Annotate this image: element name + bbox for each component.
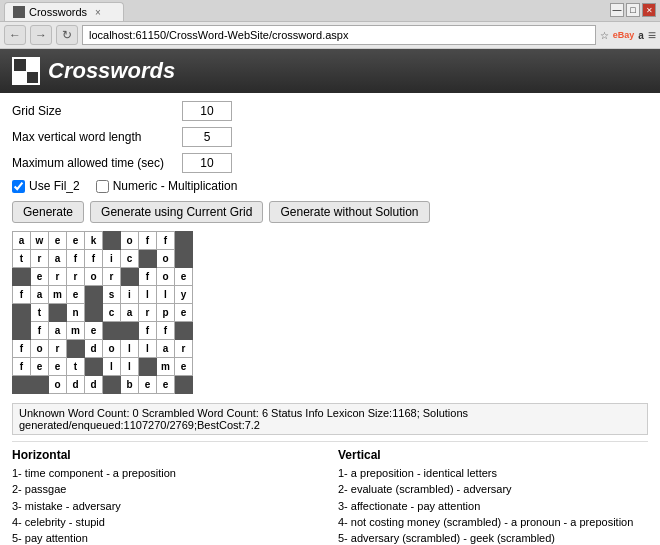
grid-cell: e	[67, 286, 85, 304]
horizontal-clue-item: 1- time component - a preposition	[12, 466, 322, 480]
grid-cell: t	[31, 304, 49, 322]
bookmark-icon[interactable]: ☆	[600, 30, 609, 41]
address-input[interactable]	[82, 25, 596, 45]
grid-cell	[85, 286, 103, 304]
grid-cell: a	[157, 340, 175, 358]
grid-cell: m	[157, 358, 175, 376]
grid-size-input[interactable]	[182, 101, 232, 121]
max-vert-input[interactable]	[182, 127, 232, 147]
generate-no-solution-button[interactable]: Generate without Solution	[269, 201, 429, 223]
numeric-label[interactable]: Numeric - Multiplication	[96, 179, 238, 193]
tab-close-button[interactable]: ×	[95, 7, 101, 18]
grid-cell: b	[121, 376, 139, 394]
grid-cell	[175, 232, 193, 250]
grid-cell: l	[139, 340, 157, 358]
generate-button[interactable]: Generate	[12, 201, 84, 223]
max-time-input[interactable]	[182, 153, 232, 173]
grid-cell: r	[139, 304, 157, 322]
grid-cell: o	[31, 340, 49, 358]
max-vert-row: Max vertical word length	[12, 127, 648, 147]
grid-cell: f	[157, 232, 175, 250]
grid-cell: f	[157, 322, 175, 340]
grid-cell: i	[103, 250, 121, 268]
address-bar-icons: ☆ eBay a ≡	[600, 27, 656, 43]
grid-cell: r	[49, 340, 67, 358]
grid-cell	[121, 322, 139, 340]
grid-size-label: Grid Size	[12, 104, 182, 118]
grid-cell	[13, 268, 31, 286]
window-close-button[interactable]: ✕	[642, 3, 656, 17]
grid-size-row: Grid Size	[12, 101, 648, 121]
status-bar: Unknown Word Count: 0 Scrambled Word Cou…	[12, 403, 648, 435]
generate-current-button[interactable]: Generate using Current Grid	[90, 201, 263, 223]
horizontal-clue-item: 5- pay attention	[12, 531, 322, 545]
grid-cell: e	[175, 358, 193, 376]
grid-cell: l	[103, 358, 121, 376]
grid-cell: l	[139, 286, 157, 304]
grid-table: aweekofftrafficoerrorfoefamesillytncarpe…	[12, 231, 193, 394]
grid-cell: k	[85, 232, 103, 250]
grid-cell: r	[175, 340, 193, 358]
grid-cell: o	[157, 268, 175, 286]
grid-cell: m	[49, 286, 67, 304]
use-fil2-label[interactable]: Use Fil_2	[12, 179, 80, 193]
app-logo	[12, 57, 40, 85]
use-fil2-checkbox[interactable]	[12, 180, 25, 193]
grid-cell: o	[121, 232, 139, 250]
grid-cell	[175, 322, 193, 340]
grid-cell: f	[13, 358, 31, 376]
grid-cell: f	[31, 322, 49, 340]
amazon-icon[interactable]: a	[638, 30, 644, 41]
checkbox-row: Use Fil_2 Numeric - Multiplication	[12, 179, 648, 193]
browser-tab[interactable]: Crosswords ×	[4, 2, 124, 21]
window-minimize-button[interactable]: —	[610, 3, 624, 17]
ebay-icon[interactable]: eBay	[613, 30, 635, 40]
tab-bar: Crosswords × — □ ✕	[0, 0, 660, 22]
grid-cell: f	[139, 268, 157, 286]
horizontal-heading: Horizontal	[12, 448, 322, 462]
grid-cell: e	[67, 232, 85, 250]
grid-cell	[139, 250, 157, 268]
vertical-clue-item: 4- not costing money (scrambled) - a pro…	[338, 515, 648, 529]
max-time-row: Maximum allowed time (sec)	[12, 153, 648, 173]
grid-cell	[103, 232, 121, 250]
horizontal-clue-item: 4- celebrity - stupid	[12, 515, 322, 529]
grid-cell: r	[49, 268, 67, 286]
vertical-clue-item: 2- evaluate (scrambled) - adversary	[338, 482, 648, 496]
grid-cell	[85, 358, 103, 376]
grid-cell: f	[13, 340, 31, 358]
grid-cell: a	[13, 232, 31, 250]
numeric-checkbox[interactable]	[96, 180, 109, 193]
back-button[interactable]: ←	[4, 25, 26, 45]
grid-cell: e	[49, 358, 67, 376]
grid-cell: o	[103, 340, 121, 358]
grid-cell	[175, 376, 193, 394]
grid-cell: y	[175, 286, 193, 304]
refresh-button[interactable]: ↻	[56, 25, 78, 45]
vertical-heading: Vertical	[338, 448, 648, 462]
grid-cell: o	[157, 250, 175, 268]
menu-icon[interactable]: ≡	[648, 27, 656, 43]
grid-cell: l	[121, 340, 139, 358]
grid-cell: e	[85, 322, 103, 340]
grid-cell: a	[49, 322, 67, 340]
grid-cell	[103, 322, 121, 340]
horizontal-clue-item: 2- passgae	[12, 482, 322, 496]
address-bar: ← → ↻ ☆ eBay a ≡	[0, 22, 660, 49]
window-maximize-button[interactable]: □	[626, 3, 640, 17]
grid-cell: a	[31, 286, 49, 304]
button-row: Generate Generate using Current Grid Gen…	[12, 201, 648, 223]
logo-cell-4	[27, 72, 39, 84]
grid-cell: f	[139, 232, 157, 250]
grid-cell: l	[157, 286, 175, 304]
grid-cell: o	[49, 376, 67, 394]
forward-button[interactable]: →	[30, 25, 52, 45]
grid-cell	[13, 304, 31, 322]
numeric-text: Numeric - Multiplication	[113, 179, 238, 193]
vertical-clue-item: 5- adversary (scrambled) - geek (scrambl…	[338, 531, 648, 545]
logo-cell-1	[14, 59, 26, 71]
vertical-clues-list: 1- a preposition - identical letters2- e…	[338, 466, 648, 545]
use-fil2-text: Use Fil_2	[29, 179, 80, 193]
grid-cell: w	[31, 232, 49, 250]
grid-cell: e	[139, 376, 157, 394]
